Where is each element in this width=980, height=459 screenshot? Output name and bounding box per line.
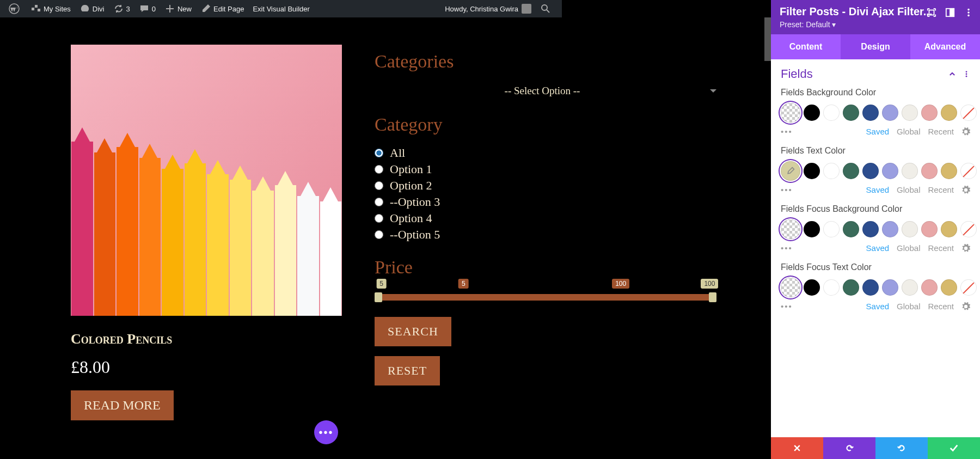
more-horiz-icon[interactable]: ••• <box>781 185 793 194</box>
more-horiz-icon[interactable]: ••• <box>781 302 793 311</box>
color-swatch[interactable] <box>823 221 840 237</box>
wp-logo[interactable] <box>4 0 26 17</box>
category-option[interactable]: Option 2 <box>375 179 716 193</box>
howdy-link[interactable]: Howdy, Christina Gwira <box>440 0 536 17</box>
radio-input[interactable] <box>375 181 383 190</box>
category-option[interactable]: --Option 5 <box>375 228 716 242</box>
color-swatch[interactable] <box>941 221 957 237</box>
color-swatch[interactable] <box>823 105 840 121</box>
search-button[interactable]: SEARCH <box>375 317 451 346</box>
radio-input[interactable] <box>375 149 383 157</box>
new-link[interactable]: New <box>160 0 196 17</box>
gear-icon[interactable] <box>961 127 970 136</box>
color-swatch[interactable] <box>921 279 938 296</box>
my-sites-link[interactable]: My Sites <box>26 0 75 17</box>
color-swatch[interactable] <box>941 279 957 296</box>
more-vert-icon[interactable] <box>964 8 973 17</box>
color-swatch[interactable] <box>902 105 918 121</box>
radio-input[interactable] <box>375 165 383 174</box>
comments-link[interactable]: 0 <box>134 0 160 17</box>
color-swatch[interactable] <box>882 105 898 121</box>
saved-tab[interactable]: Saved <box>866 243 890 253</box>
gear-icon[interactable] <box>961 186 970 194</box>
recent-tab[interactable]: Recent <box>928 243 954 253</box>
expand-icon[interactable] <box>927 8 936 17</box>
save-button[interactable] <box>928 437 980 459</box>
color-swatch-none[interactable] <box>960 163 977 179</box>
site-name-link[interactable]: Divi <box>75 0 109 17</box>
category-option[interactable]: Option 1 <box>375 162 716 176</box>
more-horiz-icon[interactable]: ••• <box>781 127 793 136</box>
fab-menu-button[interactable]: ••• <box>314 420 338 444</box>
snap-icon[interactable] <box>945 8 955 17</box>
recent-tab[interactable]: Recent <box>928 127 954 136</box>
category-option[interactable]: All <box>375 146 716 160</box>
radio-input[interactable] <box>375 230 383 239</box>
color-swatch[interactable] <box>843 105 859 121</box>
color-swatch[interactable] <box>921 221 938 237</box>
color-swatch[interactable] <box>843 163 859 179</box>
color-swatch-transparent[interactable] <box>781 103 800 123</box>
cancel-button[interactable] <box>771 437 823 459</box>
color-swatch[interactable] <box>882 221 898 237</box>
radio-input[interactable] <box>375 214 383 223</box>
color-swatch[interactable] <box>902 163 918 179</box>
global-tab[interactable]: Global <box>897 185 920 194</box>
color-swatch[interactable] <box>843 221 859 237</box>
color-swatch[interactable] <box>882 279 898 296</box>
color-swatch[interactable] <box>843 279 859 296</box>
color-swatch[interactable] <box>862 163 879 179</box>
updates-link[interactable]: 3 <box>109 0 134 17</box>
global-tab[interactable]: Global <box>897 127 920 136</box>
reset-button[interactable]: RESET <box>375 356 440 385</box>
color-swatch-none[interactable] <box>960 221 977 237</box>
color-swatch[interactable] <box>902 221 918 237</box>
recent-tab[interactable]: Recent <box>928 185 954 194</box>
slider-handle-min[interactable] <box>375 292 382 302</box>
saved-tab[interactable]: Saved <box>866 302 890 311</box>
saved-tab[interactable]: Saved <box>866 185 890 194</box>
color-swatch[interactable] <box>804 279 820 296</box>
tab-advanced[interactable]: Advanced <box>910 34 980 59</box>
color-picker-swatch[interactable] <box>781 161 800 181</box>
saved-tab[interactable]: Saved <box>866 127 890 136</box>
exit-vb-link[interactable]: Exit Visual Builder <box>248 0 314 17</box>
more-vert-icon[interactable] <box>963 70 970 78</box>
color-swatch[interactable] <box>823 279 840 296</box>
recent-tab[interactable]: Recent <box>928 302 954 311</box>
color-swatch-transparent[interactable] <box>781 219 800 239</box>
color-swatch[interactable] <box>804 105 820 121</box>
color-swatch[interactable] <box>823 163 840 179</box>
tab-design[interactable]: Design <box>841 34 910 59</box>
undo-button[interactable] <box>823 437 875 459</box>
color-swatch[interactable] <box>804 221 820 237</box>
chevron-up-icon[interactable] <box>948 70 956 78</box>
color-swatch[interactable] <box>941 163 957 179</box>
color-swatch[interactable] <box>862 105 879 121</box>
color-swatch[interactable] <box>921 105 938 121</box>
color-swatch[interactable] <box>902 279 918 296</box>
global-tab[interactable]: Global <box>897 302 920 311</box>
color-swatch[interactable] <box>862 279 879 296</box>
color-swatch-none[interactable] <box>960 105 977 121</box>
read-more-button[interactable]: READ MORE <box>71 390 174 420</box>
color-swatch-transparent[interactable] <box>781 278 800 297</box>
more-horiz-icon[interactable]: ••• <box>781 243 793 253</box>
search-toggle[interactable] <box>536 0 558 17</box>
color-swatch[interactable] <box>921 163 938 179</box>
price-slider[interactable]: 5 5 100 100 <box>375 294 716 301</box>
section-title[interactable]: Fields <box>781 67 813 81</box>
edit-page-link[interactable]: Edit Page <box>196 0 248 17</box>
category-option[interactable]: --Option 3 <box>375 195 716 209</box>
gear-icon[interactable] <box>961 244 970 253</box>
global-tab[interactable]: Global <box>897 243 920 253</box>
color-swatch[interactable] <box>941 105 957 121</box>
category-option[interactable]: Option 4 <box>375 211 716 225</box>
color-swatch-none[interactable] <box>960 279 977 296</box>
scrollbar-thumb[interactable] <box>764 17 771 61</box>
tab-content[interactable]: Content <box>771 34 841 59</box>
category-select[interactable]: -- Select Option -- <box>375 83 716 99</box>
gear-icon[interactable] <box>961 302 970 311</box>
slider-handle-max[interactable] <box>709 292 716 302</box>
color-swatch[interactable] <box>804 163 820 179</box>
